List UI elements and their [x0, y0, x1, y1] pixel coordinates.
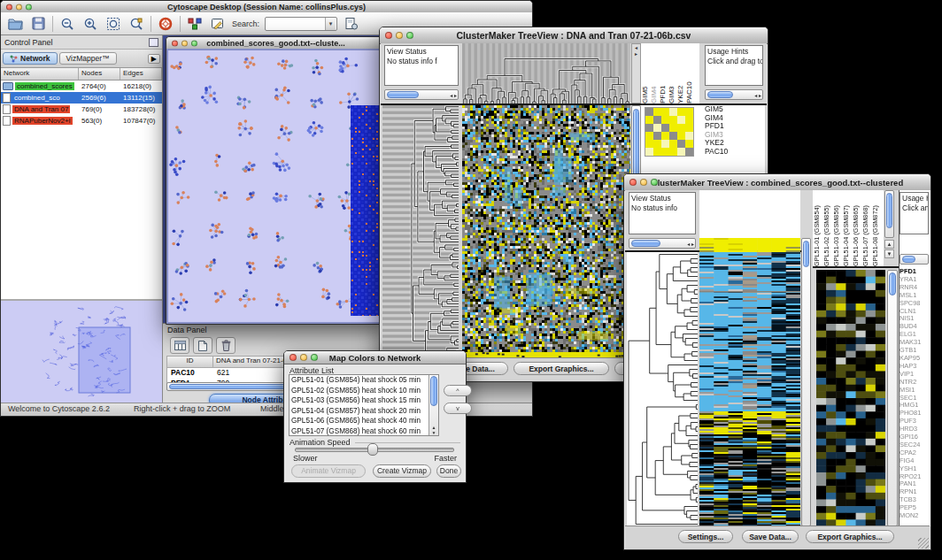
column-label[interactable]: GPL51-08 (GSM872) — [871, 190, 881, 266]
minimize-icon[interactable] — [640, 179, 647, 186]
matrix-cell[interactable] — [645, 140, 653, 148]
treeview1-hscrollbar[interactable]: ◂ ▸ — [384, 89, 459, 100]
help-lifering-icon[interactable] — [157, 15, 174, 33]
column-label[interactable]: GPL51-03 (GSM856) — [832, 190, 842, 266]
column-label[interactable]: GPL51-01 (GSM854) — [813, 190, 822, 266]
matrix-cell[interactable] — [677, 116, 685, 124]
matrix-cell[interactable] — [669, 124, 677, 132]
scrollbar-arrows-icon[interactable]: ◂ ▸ — [450, 90, 457, 99]
search-dropdown-icon[interactable]: ▾ — [325, 18, 336, 30]
scroll-up-icon[interactable]: ▲ — [884, 240, 894, 249]
scrollbar-thumb[interactable] — [889, 272, 896, 295]
matrix-cell[interactable] — [653, 108, 661, 116]
attribute-list[interactable]: GPL51-01 (GSM854) heat shock 05 minGPL51… — [289, 374, 439, 436]
birds-eye-view[interactable] — [1, 299, 162, 403]
row-dendrogram[interactable] — [627, 252, 698, 526]
minimize-icon[interactable] — [396, 32, 403, 39]
zoom-window-icon[interactable] — [191, 40, 197, 46]
treeview1-heatmap[interactable] — [462, 105, 630, 358]
scrollbar-thumb[interactable] — [631, 240, 660, 247]
zoom-fit-icon[interactable] — [104, 15, 122, 33]
network-list-row[interactable]: combined_scores2764(0)16218(0) — [1, 81, 162, 92]
dialog-titlebar[interactable]: Map Colors to Network — [284, 351, 466, 364]
column-label[interactable]: GIM4 — [650, 43, 659, 104]
gene-label[interactable]: PAC10 — [705, 148, 763, 157]
column-label[interactable]: GIM5 — [641, 43, 650, 104]
new-attribute-icon[interactable] — [193, 337, 212, 354]
attribute-list-item[interactable]: GPL51-04 (GSM857) heat shock 20 min — [290, 406, 438, 417]
zoom-window-icon[interactable] — [406, 32, 413, 39]
matrix-cell[interactable] — [685, 108, 693, 116]
attribute-list-item[interactable]: GPL51-01 (GSM854) heat shock 05 min — [290, 375, 438, 386]
attribute-list-item[interactable]: GPL51-06 (GSM865) heat shock 40 min — [290, 416, 438, 426]
matrix-cell[interactable] — [653, 132, 661, 140]
export-graphics-button[interactable]: Export Graphics... — [513, 362, 609, 375]
scroll-down-icon[interactable]: ▼ — [884, 249, 894, 258]
move-down-button[interactable]: v — [444, 403, 472, 414]
attr-column-id[interactable]: ID — [167, 357, 213, 367]
save-icon[interactable] — [29, 15, 47, 33]
matrix-cell[interactable] — [661, 116, 669, 124]
zoom-window-icon[interactable] — [26, 4, 32, 10]
matrix-cell[interactable] — [677, 108, 685, 116]
matrix-cell[interactable] — [677, 124, 685, 132]
column-label[interactable]: GPL51-07 (GSM868) — [861, 190, 871, 266]
export-graphics-button[interactable]: Export Graphics... — [806, 530, 894, 543]
minimize-icon[interactable] — [300, 354, 307, 361]
matrix-cell[interactable] — [677, 140, 685, 148]
search-input[interactable]: ▾ — [265, 17, 337, 31]
matrix-cell[interactable] — [685, 132, 693, 140]
matrix-cell[interactable] — [669, 116, 677, 124]
list-vscrollbar[interactable]: ▲▼ — [429, 375, 438, 435]
matrix-cell[interactable] — [645, 132, 653, 140]
matrix-cell[interactable] — [677, 148, 685, 156]
zoom-view-matrix[interactable] — [645, 107, 694, 157]
done-button[interactable]: Done — [436, 464, 461, 478]
treeview2-hscrollbar[interactable]: ◂ ▸ — [629, 238, 696, 249]
matrix-cell[interactable] — [669, 148, 677, 156]
vizmapper-nodes-icon[interactable] — [186, 15, 204, 33]
scrollbar-thumb[interactable] — [387, 91, 419, 98]
matrix-cell[interactable] — [645, 108, 653, 116]
column-header-edges[interactable]: Edges — [120, 68, 162, 80]
dense-network-block[interactable] — [351, 105, 382, 316]
column-label[interactable]: GIM3 — [668, 43, 676, 104]
matrix-cell[interactable] — [661, 148, 669, 156]
close-icon[interactable] — [290, 354, 297, 361]
column-header-nodes[interactable]: Nodes — [79, 68, 120, 80]
zoom-out-icon[interactable] — [58, 15, 76, 33]
column-label[interactable]: GPL51-04 (GSM857) — [842, 190, 852, 266]
attribute-list-item[interactable]: GPL51-02 (GSM855) heat shock 10 min — [290, 386, 438, 396]
birds-eye-canvas[interactable] — [1, 301, 161, 402]
network-list-row[interactable]: DNA and Tran 07769(0)183728(0) — [1, 104, 162, 115]
matrix-cell[interactable] — [645, 124, 653, 132]
scrollbar-arrows-icon[interactable]: ◂ ▸ — [754, 90, 761, 99]
matrix-cell[interactable] — [645, 148, 653, 156]
scrollbar-arrows-icon[interactable]: ◂ ▸ — [687, 239, 694, 248]
matrix-cell[interactable] — [653, 140, 661, 148]
zoom-window-icon[interactable] — [311, 354, 318, 361]
attribute-list-item[interactable]: GPL51-03 (GSM856) heat shock 15 min — [290, 395, 438, 406]
matrix-cell[interactable] — [685, 148, 693, 156]
treeview2-zoom-heatmap[interactable] — [816, 270, 885, 526]
tab-vizmapper[interactable]: VizMapper™ — [59, 52, 117, 65]
matrix-cell[interactable] — [645, 116, 653, 124]
tab-overflow-icon[interactable]: ▶ — [148, 54, 160, 64]
dendrogram-corner-arrows-icon[interactable]: ◂▸ — [631, 43, 641, 104]
labels-vscrollbar[interactable] — [884, 190, 894, 238]
tab-network[interactable]: Network — [3, 52, 58, 65]
close-icon[interactable] — [629, 179, 637, 186]
matrix-cell[interactable] — [661, 108, 669, 116]
zoom-window-icon[interactable] — [651, 179, 658, 186]
column-label[interactable]: PFD1 — [659, 43, 668, 104]
matrix-cell[interactable] — [653, 148, 661, 156]
matrix-cell[interactable] — [677, 132, 685, 140]
global-vscrollbar[interactable] — [801, 238, 811, 526]
zoom-in-icon[interactable] — [81, 15, 99, 33]
close-icon[interactable] — [385, 32, 392, 39]
network-canvas-area[interactable] — [166, 49, 385, 324]
scrollbar-thumb[interactable] — [707, 91, 733, 98]
column-label[interactable]: GPL51-02 (GSM855) — [822, 190, 832, 266]
scrollbar-thumb[interactable] — [430, 376, 437, 406]
open-file-icon[interactable] — [6, 15, 24, 33]
